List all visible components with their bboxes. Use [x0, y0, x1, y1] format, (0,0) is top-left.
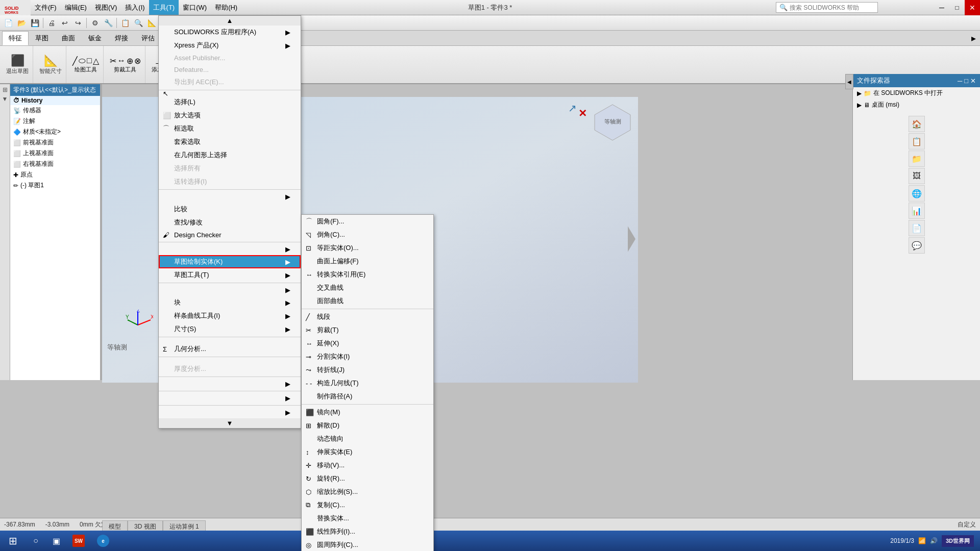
tb2[interactable]: 🔍 — [132, 17, 144, 29]
st-circular-array[interactable]: ◎ 圆周阵列(C)... — [302, 538, 433, 551]
tb3[interactable]: 📐 — [145, 17, 158, 29]
menu-view[interactable]: 视图(V) — [91, 0, 121, 15]
menu-item-sketch-tools[interactable]: 草图绘制实体(K) ▶ — [159, 255, 301, 268]
menu-file[interactable]: 文件(F) — [31, 0, 61, 15]
menu-item-solidworks-apps[interactable]: SOLIDWORKS 应用程序(A) ▶ — [159, 26, 301, 39]
menu-item-dimxpert[interactable]: ▶ — [159, 378, 301, 390]
options-btn[interactable]: 🔧 — [102, 17, 114, 29]
st-scale[interactable]: ⬡ 缩放比例(S)... — [302, 485, 433, 498]
st-construct-geom[interactable]: - - 构造几何线(T) — [302, 377, 433, 390]
st-make-path[interactable]: 制作路径(A) — [302, 390, 433, 403]
tree-item-front-plane[interactable]: ⬜ 前视基准面 — [10, 137, 102, 148]
menu-item-sketch-entities[interactable]: ▶ — [159, 243, 301, 255]
st-offset[interactable]: ⊡ 等距实体(O)... — [302, 241, 433, 255]
st-fillet[interactable]: ⌒ 圆角(F)... — [302, 215, 433, 228]
st-surface-offset[interactable]: 曲面上偏移(F) — [302, 255, 433, 268]
tree-item-top-plane[interactable]: ⬜ 上视基准面 — [10, 148, 102, 159]
resize-handle[interactable] — [100, 84, 102, 380]
menu-scroll-up[interactable]: ▲ — [159, 16, 301, 26]
open-btn[interactable]: 📂 — [15, 17, 28, 29]
right-panel-collapse[interactable]: ◀ — [845, 74, 853, 89]
menu-item-box-select[interactable]: ⬜ 放大选项 — [159, 109, 301, 122]
filter-icon[interactable]: ⊞ — [3, 86, 8, 93]
st-disperse[interactable]: ⊞ 解散(D) — [302, 419, 433, 432]
tab-features[interactable]: 特征 — [2, 31, 29, 45]
rp-globe-icon[interactable]: 🌐 — [909, 185, 925, 202]
tab-welding[interactable]: 焊接 — [108, 31, 135, 45]
rp-minimize[interactable]: ─ — [958, 77, 962, 85]
menu-item-xpress[interactable]: Xpress 产品(X) ▶ — [159, 39, 301, 52]
menu-insert[interactable]: 插入(I) — [121, 0, 149, 15]
search-input[interactable] — [790, 4, 866, 11]
tab-model[interactable]: 模型 — [102, 520, 128, 531]
cortana-button[interactable]: ○ — [26, 531, 46, 551]
menu-item-sketch-settings[interactable]: 草图工具(T) ▶ — [159, 268, 301, 282]
nav-arrow-right[interactable] — [628, 224, 638, 256]
st-convert[interactable]: ↔ 转换实体引用(E) — [302, 268, 433, 281]
fe-desktop[interactable]: ▶ 🖥 桌面 (msi) — [853, 99, 980, 111]
rp-doc-icon[interactable]: 📄 — [909, 220, 925, 236]
fe-solidworks[interactable]: ▶ 📁 在 SOLIDWORKS 中打开 — [853, 87, 980, 99]
rp-clipboard-icon[interactable]: 📋 — [909, 133, 925, 149]
restore-button[interactable]: □ — [949, 0, 965, 15]
st-dynamic-mirror[interactable]: 动态镜向 — [302, 432, 433, 445]
st-jog[interactable]: ⤳ 转折线(J) — [302, 363, 433, 377]
menu-item-relations[interactable]: 尺寸(S) ▶ — [159, 322, 301, 336]
st-extend[interactable]: ↔ 延伸(X) — [302, 337, 433, 350]
new-btn[interactable]: 📄 — [2, 17, 14, 29]
menu-item-dimension[interactable]: 样条曲线工具(I) ▶ — [159, 309, 301, 322]
arrow-down-icon[interactable]: ▼ — [2, 95, 8, 103]
tab-eval[interactable]: 评估 — [135, 31, 161, 45]
save-btn[interactable]: 💾 — [29, 17, 41, 29]
menu-item-select-geom[interactable]: 套索选取 — [159, 135, 301, 148]
close-button[interactable]: ✕ — [965, 0, 980, 15]
st-intersect[interactable]: 交叉曲线 — [302, 281, 433, 294]
st-line-segment[interactable]: ╱ 线段 — [302, 310, 433, 323]
menu-item-compare[interactable]: ▶ — [159, 191, 301, 203]
rebuild-btn[interactable]: ⚙ — [89, 17, 101, 29]
ribbon-collapse[interactable]: ▸ — [971, 33, 976, 44]
st-chamfer[interactable]: ◹ 倒角(C)... — [302, 228, 433, 241]
tree-item-annotation[interactable]: 📝 注解 — [10, 116, 102, 127]
menu-edit[interactable]: 编辑(E) — [61, 0, 91, 15]
undo-btn[interactable]: ↩ — [59, 17, 71, 29]
menu-window[interactable]: 窗口(W) — [179, 0, 211, 15]
menu-item-lasso[interactable]: ⌒ 框选取 — [159, 122, 301, 135]
st-stretch[interactable]: ↕ 伸展实体(E) — [302, 445, 433, 459]
close-viewport-icon[interactable]: ✕ — [578, 107, 587, 119]
menu-item-format-brush[interactable]: 🖌 Design Checker — [159, 229, 301, 241]
taskbar-ie[interactable]: e — [91, 533, 115, 549]
task-view-button[interactable]: ▣ — [46, 531, 66, 551]
menu-item-block[interactable]: ▶ — [159, 284, 301, 296]
tab-motion[interactable]: 运动算例 1 — [163, 520, 206, 531]
tab-sketch[interactable]: 草图 — [29, 31, 55, 45]
rp-close[interactable]: ✕ — [970, 77, 976, 85]
rp-chart-icon[interactable]: 📊 — [909, 203, 925, 219]
st-trim[interactable]: ✂ 剪裁(T) — [302, 323, 433, 337]
tree-item-history[interactable]: ⏱ History — [10, 96, 102, 105]
rp-image-icon[interactable]: 🖼 — [909, 168, 925, 184]
rp-expand[interactable]: □ — [964, 77, 968, 85]
st-replace[interactable]: 替换实体... — [302, 512, 433, 525]
tree-item-material[interactable]: 🔷 材质<未指定> — [10, 127, 102, 137]
tree-item-right-plane[interactable]: ⬜ 右视基准面 — [10, 159, 102, 169]
menu-item-magnify[interactable]: 选择(L) — [159, 95, 301, 109]
rp-chat-icon[interactable]: 💬 — [909, 237, 925, 254]
menu-item-select[interactable]: ↖ — [159, 91, 301, 95]
rp-folder-icon[interactable]: 📁 — [909, 151, 925, 167]
minimize-button[interactable]: ─ — [934, 0, 949, 15]
menu-item-macro[interactable]: ▶ — [159, 392, 301, 404]
view-cube[interactable]: 等轴测 — [592, 102, 633, 143]
tab-surface[interactable]: 曲面 — [55, 31, 82, 45]
st-mirror[interactable]: ⬛ 镜向(M) — [302, 406, 433, 419]
print-btn[interactable]: 🖨 — [45, 17, 58, 29]
st-move[interactable]: ✛ 移动(V)... — [302, 459, 433, 472]
menu-item-evaluate[interactable]: ▶ — [159, 407, 301, 418]
menu-item-find[interactable]: 比较 — [159, 203, 301, 216]
tree-item-origin[interactable]: ✚ 原点 — [10, 169, 102, 180]
viewport-arrow[interactable]: ↗ — [568, 102, 577, 114]
start-button[interactable]: ⊞ — [0, 531, 26, 551]
st-rotate[interactable]: ↻ 旋转(R)... — [302, 472, 433, 485]
st-split[interactable]: ⊸ 分割实体(I) — [302, 350, 433, 363]
menu-item-equations[interactable]: Σ 几何分析... — [159, 342, 301, 356]
